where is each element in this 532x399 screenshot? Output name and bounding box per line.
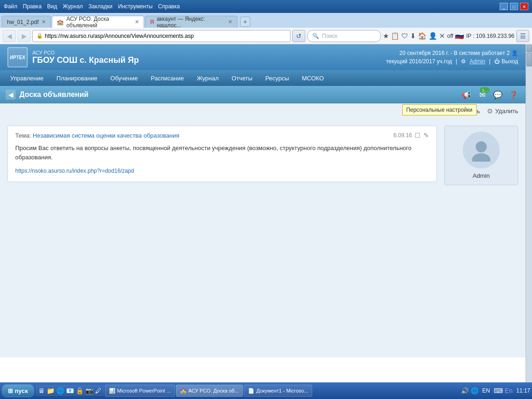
year-text: текущий 2016/2017 уч.год (386, 58, 452, 65)
mail-icon[interactable]: ✉ 1... (476, 88, 489, 101)
megaphone-icon[interactable]: 📢 (460, 88, 473, 101)
taskbar-icon4[interactable]: 📧 (66, 387, 74, 394)
scrollbar-up-arrow[interactable] (526, 45, 532, 52)
announcement-card: Тема: Независимая система оценки качеств… (7, 126, 437, 182)
forward-button[interactable]: ▶ (18, 30, 30, 42)
search-bar[interactable]: 🔍 Поиск (307, 30, 381, 42)
system-clock: 11:17 (516, 387, 530, 394)
taskbar-icon6[interactable]: 📷 (85, 387, 93, 394)
taskbar-icon5[interactable]: 🔒 (76, 387, 84, 394)
nav-item-planning[interactable]: Планирование (50, 70, 104, 86)
menu-bookmarks[interactable]: Закладки (89, 3, 113, 10)
star-icon[interactable]: ★ (383, 32, 389, 40)
tab-announcements-close[interactable]: ✕ (135, 19, 139, 25)
logo-icon: ИРТЕХ (7, 47, 28, 67)
date-line: 20 сентября 2016 г. - В системе работает… (386, 50, 518, 56)
close-button[interactable]: ✕ (520, 3, 528, 10)
announcement-meta: 6.09.16 ☐ ✎ (393, 132, 429, 139)
logout-button[interactable]: ⏻ Выход (494, 58, 518, 65)
taskbar-app-word-icon: 📄 (248, 388, 254, 394)
avatar (463, 132, 500, 169)
taskbar-icon3[interactable]: 🌐 (56, 387, 64, 394)
menu-tools[interactable]: Инструменты (118, 3, 153, 10)
menu-help[interactable]: Справка (158, 3, 180, 10)
tray-icon2[interactable]: 🌐 (471, 387, 478, 394)
menu-view[interactable]: Вид (47, 3, 57, 10)
flag-icon: 🇷🇺 (455, 31, 464, 40)
delete-button[interactable]: ⊙ Удалить (487, 107, 518, 115)
taskbar-app-asurso[interactable]: 🏫 АСУ РСО. Доска об... (176, 385, 243, 397)
taskbar-app-powerpoint-label: Microsoft PowerPoint ... (117, 388, 171, 393)
nav-item-journal[interactable]: Журнал (190, 70, 225, 86)
announcement-link[interactable]: https://nsoko.asurso.ru/index.php?r=dod1… (15, 168, 134, 174)
taskbar-icon7[interactable]: 🖊 (95, 387, 102, 394)
window-controls: _ □ ✕ (500, 3, 528, 10)
menu-file[interactable]: Файл (4, 3, 18, 10)
shield-icon[interactable]: 🛡 (401, 32, 408, 40)
avatar-panel: Admin (444, 126, 518, 185)
home-icon[interactable]: 🏠 (418, 32, 427, 40)
chat-icon[interactable]: 💬 (491, 88, 504, 101)
language-indicator[interactable]: EN (482, 387, 490, 394)
edit-icon[interactable]: ✎ (423, 132, 429, 139)
nav-item-management[interactable]: Управление (4, 70, 50, 86)
taskbar-icon2[interactable]: 📁 (47, 387, 54, 394)
nav-item-reports[interactable]: Отчеты (225, 70, 259, 86)
download-icon[interactable]: ⬇ (410, 32, 416, 40)
lang-icon1[interactable]: ⌨ (494, 387, 503, 394)
delete-icon: ⊙ (487, 107, 493, 115)
vertical-scrollbar[interactable] (526, 44, 532, 399)
tab-pdf-close[interactable]: ✕ (42, 19, 46, 25)
nav-item-schedule[interactable]: Расписание (144, 70, 190, 86)
system-tray-icons: 🔊 🌐 (461, 387, 478, 394)
address-icons: ★ 📋 🛡 ⬇ 🏠 👤 ✕ (383, 32, 445, 40)
page-header-bar: ◀ Доска объявлений 📢 ✉ 1... 💬 ❓ (0, 86, 526, 103)
page-header-icons: 📢 ✉ 1... 💬 ❓ (460, 88, 520, 101)
taskbar-app-word[interactable]: 📄 Документ1 - Microsо... (244, 385, 312, 397)
admin-link[interactable]: Admin (470, 58, 485, 65)
page-back-button[interactable]: ◀ (6, 90, 16, 100)
menu-journal[interactable]: Журнал (63, 3, 83, 10)
bookmark-icon[interactable]: 📋 (391, 32, 399, 40)
nav-menu: Управление Планирование Обучение Расписа… (0, 70, 526, 86)
tab-yandex-close[interactable]: ✕ (228, 19, 232, 25)
taskbar-app-asurso-label: АСУ РСО. Доска об... (188, 388, 239, 393)
topic-link[interactable]: Независимая система оценки качества обра… (33, 132, 179, 139)
taskbar-app-powerpoint[interactable]: 📊 Microsoft PowerPoint ... (105, 385, 175, 397)
scrollbar-thumb[interactable] (526, 53, 532, 66)
nav-item-msoko[interactable]: МСОКО (296, 70, 331, 86)
right-panel: Admin (444, 126, 518, 185)
menu-button[interactable]: ☰ (516, 30, 529, 42)
tab-announcements[interactable]: 🏫 АСУ РСО. Доска объявлений ✕ (52, 16, 144, 28)
avatar-name: Admin (473, 172, 490, 179)
taskbar-icon1[interactable]: 🖥 (38, 387, 45, 394)
account-icon[interactable]: 👤 (429, 32, 437, 40)
announcement-topic: Тема: Независимая система оценки качеств… (15, 132, 179, 139)
tab-pdf[interactable]: hw_01_2.pdf ✕ (2, 16, 51, 28)
maximize-button[interactable]: □ (510, 3, 518, 10)
nav-item-resources[interactable]: Ресурсы (259, 70, 296, 86)
lang-icon2[interactable]: En (505, 387, 513, 394)
minimize-button[interactable]: _ (500, 3, 508, 10)
start-button[interactable]: ⊞ пуск (2, 384, 34, 397)
school-name: ГБОУ СОШ с. Красный Яр (32, 55, 139, 65)
back-button[interactable]: ◀ (3, 30, 16, 42)
addressbar: ◀ ▶ 🔒 https://nw.asurso.ru/asp/Announce/… (0, 28, 532, 44)
reload-button[interactable]: ↺ (292, 30, 305, 42)
new-tab-button[interactable]: + (240, 17, 250, 27)
tab-yandex[interactable]: Я аккаунт — Яндекс: нашлос... ✕ (145, 16, 237, 28)
settings-icon: ⚙ (461, 58, 466, 65)
delete-label: Удалить (495, 108, 518, 115)
org-name: АСУ РСО (32, 50, 139, 55)
tray-icon1[interactable]: 🔊 (461, 387, 469, 394)
url-bar[interactable]: 🔒 https://nw.asurso.ru/asp/Announce/View… (32, 30, 290, 42)
close-icon[interactable]: ✕ (439, 32, 445, 40)
checkbox-icon[interactable]: ☐ (415, 132, 421, 139)
main-content: Тема: Независимая система оценки качеств… (0, 118, 526, 193)
titlebar-menu: Файл Правка Вид Журнал Закладки Инструме… (4, 3, 180, 10)
menu-edit[interactable]: Правка (23, 3, 42, 10)
help-icon[interactable]: ❓ (507, 88, 520, 101)
tab-yandex-favicon: Я (150, 19, 154, 25)
url-text: https://nw.asurso.ru/asp/Announce/ViewAn… (45, 33, 194, 39)
nav-item-education[interactable]: Обучение (104, 70, 144, 86)
